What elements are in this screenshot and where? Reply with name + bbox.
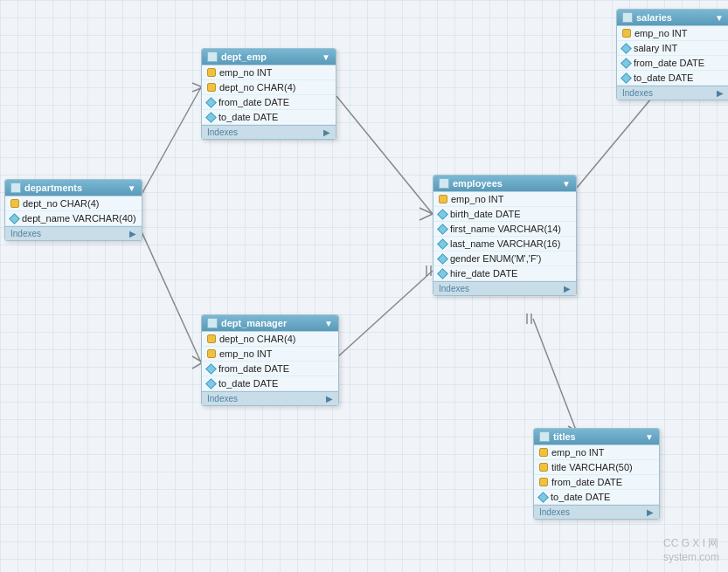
indexes-label: Indexes bbox=[539, 507, 570, 517]
diamond-icon bbox=[621, 58, 632, 69]
table-row: dept_no CHAR(4) bbox=[202, 332, 338, 347]
key-icon bbox=[207, 349, 216, 358]
col-text: dept_no CHAR(4) bbox=[219, 82, 295, 93]
indexes-arrow[interactable]: ▶ bbox=[717, 88, 724, 98]
col-text: from_date DATE bbox=[218, 97, 289, 107]
header-arrow[interactable]: ▼ bbox=[715, 13, 724, 23]
dept-emp-header[interactable]: dept_emp ▼ bbox=[202, 49, 336, 65]
diamond-icon bbox=[205, 363, 217, 375]
titles-indexes[interactable]: Indexes ▶ bbox=[534, 505, 659, 519]
departments-body: dept_no CHAR(4) dept_name VARCHAR(40) bbox=[5, 196, 142, 226]
col-text: from_date DATE bbox=[218, 363, 289, 374]
indexes-arrow[interactable]: ▶ bbox=[129, 229, 136, 238]
header-arrow[interactable]: ▼ bbox=[324, 319, 333, 328]
dept-manager-body: dept_no CHAR(4) emp_no INT from_date DAT… bbox=[202, 331, 338, 391]
col-text: emp_no INT bbox=[451, 194, 504, 204]
col-text: dept_no CHAR(4) bbox=[23, 198, 99, 209]
table-row: to_date DATE bbox=[617, 71, 728, 86]
key-icon bbox=[207, 334, 216, 343]
departments-header[interactable]: departments ▼ bbox=[5, 180, 142, 196]
table-icon bbox=[539, 431, 550, 442]
watermark: CC G X I 网system.com bbox=[663, 536, 719, 563]
indexes-label: Indexes bbox=[439, 284, 469, 293]
indexes-label: Indexes bbox=[207, 394, 238, 403]
indexes-arrow[interactable]: ▶ bbox=[323, 127, 330, 137]
diamond-icon bbox=[437, 253, 448, 265]
key-icon bbox=[539, 463, 548, 472]
col-text: from_date DATE bbox=[551, 477, 622, 487]
employees-indexes[interactable]: Indexes ▶ bbox=[433, 281, 576, 295]
dept-emp-indexes[interactable]: Indexes ▶ bbox=[202, 125, 336, 139]
table-row: emp_no INT bbox=[433, 192, 576, 207]
table-icon bbox=[622, 12, 633, 23]
diamond-icon bbox=[621, 43, 632, 54]
table-icon bbox=[10, 183, 21, 193]
titles-header[interactable]: titles ▼ bbox=[534, 429, 659, 445]
col-text: emp_no INT bbox=[219, 67, 273, 78]
svg-line-12 bbox=[419, 214, 433, 220]
table-row: from_date DATE bbox=[617, 56, 728, 71]
header-arrow[interactable]: ▼ bbox=[645, 432, 654, 442]
indexes-arrow[interactable]: ▶ bbox=[647, 507, 654, 517]
col-text: to_date DATE bbox=[218, 378, 278, 389]
diamond-icon bbox=[621, 72, 632, 84]
table-row: hire_date DATE bbox=[433, 266, 576, 281]
header-arrow[interactable]: ▼ bbox=[128, 183, 136, 193]
dept-manager-header[interactable]: dept_manager ▼ bbox=[202, 315, 338, 331]
indexes-label: Indexes bbox=[10, 229, 41, 238]
diamond-icon bbox=[205, 97, 217, 108]
salaries-body: emp_no INT salary INT from_date DATE to_… bbox=[617, 25, 728, 86]
table-row: last_name VARCHAR(16) bbox=[433, 237, 576, 252]
header-arrow[interactable]: ▼ bbox=[562, 179, 571, 189]
table-row: emp_no INT bbox=[202, 347, 338, 362]
svg-line-0 bbox=[135, 87, 201, 205]
svg-line-15 bbox=[336, 271, 433, 358]
col-text: birth_date DATE bbox=[450, 209, 521, 219]
table-row: emp_no INT bbox=[617, 26, 728, 41]
col-text: dept_name VARCHAR(40) bbox=[22, 213, 136, 224]
col-text: title VARCHAR(50) bbox=[551, 462, 633, 472]
table-row: salary INT bbox=[617, 41, 728, 56]
table-row: emp_no INT bbox=[534, 445, 659, 460]
table-row: to_date DATE bbox=[534, 490, 659, 505]
col-text: emp_no INT bbox=[219, 348, 273, 359]
titles-body: emp_no INT title VARCHAR(50) from_date D… bbox=[534, 445, 659, 505]
diamond-icon bbox=[437, 238, 448, 250]
key-icon bbox=[439, 195, 447, 203]
header-arrow[interactable]: ▼ bbox=[322, 52, 330, 62]
svg-line-10 bbox=[336, 96, 433, 214]
titles-title: titles bbox=[553, 431, 576, 442]
col-text: emp_no INT bbox=[551, 447, 605, 458]
table-row: from_date DATE bbox=[534, 475, 659, 490]
departments-title: departments bbox=[24, 183, 82, 193]
diamond-icon bbox=[205, 378, 217, 389]
table-employees: employees ▼ emp_no INT birth_date DATE f… bbox=[433, 175, 577, 296]
dept-manager-indexes[interactable]: Indexes ▶ bbox=[202, 391, 338, 405]
dept-emp-title: dept_emp bbox=[221, 52, 267, 62]
col-text: salary INT bbox=[634, 43, 677, 53]
indexes-label: Indexes bbox=[207, 127, 238, 137]
table-dept-emp: dept_emp ▼ emp_no INT dept_no CHAR(4) fr… bbox=[201, 48, 336, 140]
dept-emp-body: emp_no INT dept_no CHAR(4) from_date DAT… bbox=[202, 65, 336, 125]
diamond-icon bbox=[437, 268, 448, 279]
dept-manager-title: dept_manager bbox=[221, 318, 287, 328]
table-row: gender ENUM('M','F') bbox=[433, 252, 576, 266]
table-dept-manager: dept_manager ▼ dept_no CHAR(4) emp_no IN… bbox=[201, 314, 339, 406]
table-departments: departments ▼ dept_no CHAR(4) dept_name … bbox=[4, 179, 142, 241]
table-row: from_date DATE bbox=[202, 95, 336, 110]
salaries-header[interactable]: salaries ▼ bbox=[617, 10, 728, 25]
key-icon bbox=[539, 448, 548, 457]
key-icon bbox=[539, 478, 548, 486]
col-text: gender ENUM('M','F') bbox=[450, 253, 541, 264]
salaries-indexes[interactable]: Indexes ▶ bbox=[617, 86, 728, 100]
col-text: to_date DATE bbox=[218, 112, 278, 122]
salaries-title: salaries bbox=[636, 12, 672, 23]
departments-indexes[interactable]: Indexes ▶ bbox=[5, 226, 142, 240]
table-row: dept_name VARCHAR(40) bbox=[5, 211, 142, 226]
table-row: to_date DATE bbox=[202, 376, 338, 391]
table-icon bbox=[439, 178, 449, 189]
indexes-arrow[interactable]: ▶ bbox=[564, 284, 571, 293]
employees-header[interactable]: employees ▼ bbox=[433, 176, 576, 191]
diamond-icon bbox=[537, 492, 549, 503]
indexes-arrow[interactable]: ▶ bbox=[326, 394, 333, 403]
